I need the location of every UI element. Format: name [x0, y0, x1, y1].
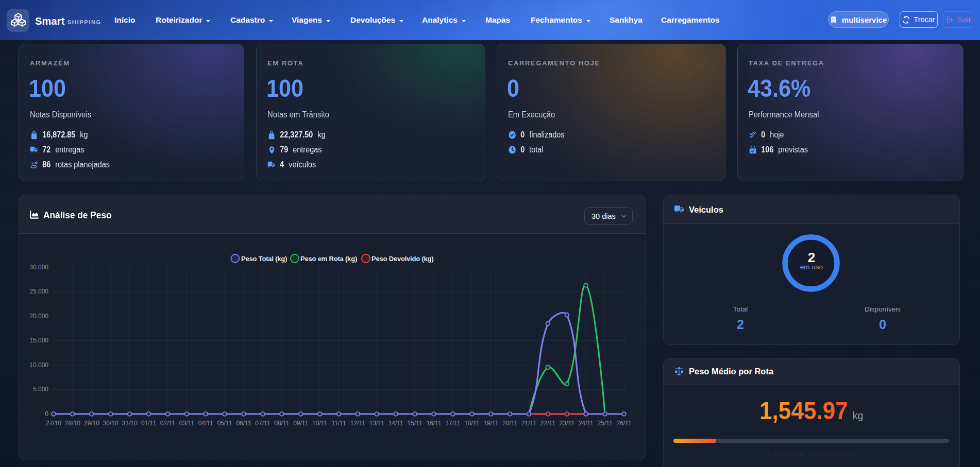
svg-text:13/11: 13/11: [369, 420, 384, 427]
svg-text:10.000: 10.000: [29, 361, 48, 369]
svg-text:09/11: 09/11: [293, 420, 308, 427]
svg-text:30.000: 30.000: [29, 264, 48, 271]
svg-text:06/11: 06/11: [236, 420, 251, 427]
svg-text:24/11: 24/11: [579, 420, 594, 427]
svg-text:22/11: 22/11: [540, 420, 555, 427]
svg-text:05/11: 05/11: [217, 420, 232, 427]
svg-text:03/11: 03/11: [179, 420, 194, 427]
svg-text:20/11: 20/11: [502, 420, 517, 427]
svg-text:5.000: 5.000: [33, 386, 48, 393]
svg-text:08/11: 08/11: [274, 420, 289, 427]
svg-text:17/11: 17/11: [445, 420, 460, 427]
svg-text:Peso em Rota (kg): Peso em Rota (kg): [300, 255, 357, 263]
svg-text:29/10: 29/10: [84, 420, 99, 427]
svg-text:07/11: 07/11: [255, 420, 270, 427]
svg-text:21/11: 21/11: [521, 420, 536, 427]
svg-text:02/11: 02/11: [160, 420, 175, 427]
svg-text:28/10: 28/10: [65, 420, 80, 427]
svg-text:0: 0: [45, 410, 48, 418]
svg-text:31/10: 31/10: [122, 420, 138, 427]
svg-text:01/11: 01/11: [141, 420, 156, 427]
svg-text:16/11: 16/11: [426, 420, 441, 427]
svg-text:20.000: 20.000: [29, 313, 48, 320]
svg-text:04/11: 04/11: [198, 420, 213, 427]
svg-text:15/11: 15/11: [408, 420, 423, 427]
svg-text:25.000: 25.000: [29, 288, 48, 295]
svg-text:Peso Total (kg): Peso Total (kg): [241, 255, 287, 263]
svg-text:19/11: 19/11: [483, 420, 498, 427]
svg-text:25/11: 25/11: [598, 420, 613, 427]
svg-text:30/10: 30/10: [103, 420, 119, 427]
svg-text:15.000: 15.000: [29, 337, 48, 344]
svg-text:14/11: 14/11: [388, 420, 403, 427]
svg-text:12/11: 12/11: [350, 420, 365, 427]
svg-text:18/11: 18/11: [464, 420, 479, 427]
svg-text:10/11: 10/11: [312, 420, 327, 427]
svg-text:23/11: 23/11: [560, 420, 575, 427]
svg-text:27/10: 27/10: [46, 420, 61, 427]
svg-text:Peso Devolvido (kg): Peso Devolvido (kg): [371, 255, 433, 263]
svg-text:26/11: 26/11: [616, 420, 631, 427]
svg-text:11/11: 11/11: [331, 420, 346, 427]
